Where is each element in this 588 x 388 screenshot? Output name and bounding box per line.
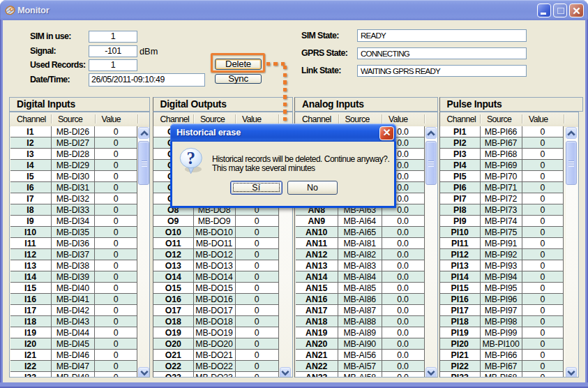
svg-text:?: ? — [187, 149, 196, 167]
